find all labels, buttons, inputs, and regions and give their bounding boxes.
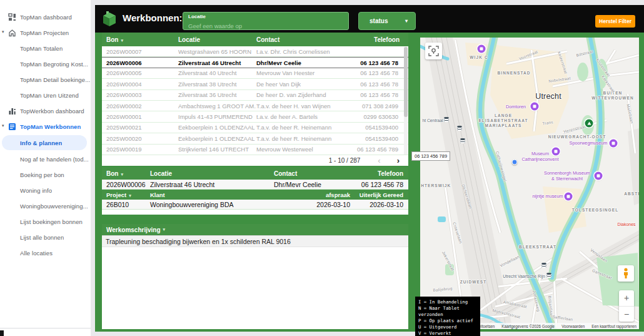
- status-legend: I = In Behandeling N = Naar Tablet verzo…: [415, 297, 480, 336]
- map-basemap: [420, 38, 639, 329]
- poi-marker[interactable]: [478, 45, 486, 53]
- detail-column-bon[interactable]: Bon▾: [102, 170, 150, 177]
- legend-line: I = In Behandeling: [418, 299, 477, 305]
- pagination-range: 1 - 10 / 287: [329, 157, 361, 164]
- table-row[interactable]: 2026W00002Ambachtsweg 1 GROOT AM...T.a.v…: [102, 101, 408, 111]
- sort-caret-icon: ▾: [129, 193, 131, 198]
- herstel-filter-button[interactable]: Herstel Filter: [595, 15, 635, 28]
- column-header-locatie[interactable]: Locatie: [178, 36, 256, 43]
- sort-caret-icon: ▾: [163, 227, 166, 232]
- poi-marker[interactable]: [610, 140, 618, 148]
- table-row[interactable]: 2026W00004Zilverstraat 38 UtrechtDe heer…: [102, 79, 408, 89]
- table-row-selected[interactable]: 2026W00006Zilverstraat 46 UtrechtDhr/Mev…: [102, 57, 408, 68]
- workorder-location-marker[interactable]: [512, 160, 518, 165]
- werkomschrijving-label: Werkomschrijving: [102, 227, 161, 233]
- page-title: Werkbonnen:: [123, 13, 183, 23]
- sidebar: TopMan dashboard ▾ TopMan Projecten TopM…: [0, 0, 91, 336]
- next-page-icon[interactable]: ›: [397, 156, 400, 165]
- sidebar-item-boeking-per-bon[interactable]: Boeking per bon: [0, 167, 91, 182]
- table-row[interactable]: 2025W00020Eekboerplein 1 OLDENZAALT.a.v.…: [102, 133, 408, 144]
- attribution-voorwaarden[interactable]: Voorwaarden: [561, 324, 585, 328]
- attribution-kaartgegevens: Kaartgegevens ©2026 Google: [501, 324, 555, 328]
- zoom-in-button[interactable]: +: [619, 290, 634, 307]
- sidebar-item-lijst-alle-bonnen[interactable]: Lijst alle bonnen: [0, 230, 91, 245]
- sidebar-item-topman-totalen[interactable]: TopMan Totalen: [0, 41, 91, 56]
- legend-line: N = Naar Tablet verzonden: [418, 305, 477, 318]
- attribution-kaartfout[interactable]: Een kaartfout rapporteren: [591, 324, 636, 328]
- project-column-afspraak[interactable]: afspraak: [274, 191, 350, 198]
- station-icon[interactable]: [444, 117, 449, 122]
- scrollbar-track[interactable]: [404, 47, 408, 155]
- sidebar-item-topman-werkbonnen[interactable]: ▾ TopMan Werkbonnen: [0, 119, 91, 134]
- detail-column-locatie[interactable]: Locatie: [150, 170, 274, 177]
- sidebar-item-woning-info[interactable]: Woning info: [0, 183, 91, 198]
- sidebar-item-lijst-boekingen-bonnen[interactable]: Lijst boekingen bonnen: [0, 214, 91, 229]
- app-logo-icon: [101, 10, 118, 30]
- green-gap: [102, 215, 408, 224]
- sidebar-item-topman-uren-uitzend[interactable]: TopMan Uren Uitzend: [0, 88, 91, 103]
- table-row[interactable]: 2026W00007Westgrashaven 65 HOORNt.a.v. D…: [102, 46, 408, 57]
- column-header-bon[interactable]: Bon▾: [102, 36, 178, 43]
- document-icon: [8, 122, 16, 130]
- pegman-control[interactable]: [618, 265, 634, 282]
- zoom-out-button[interactable]: −: [619, 307, 634, 322]
- chevron-down-icon: ▾: [2, 123, 4, 128]
- project-column-uiterlijk-gereed[interactable]: Uiterlijk Gereed: [350, 191, 408, 198]
- sidebar-item-label: TopMan dashboard: [20, 14, 72, 21]
- table-row[interactable]: 2026W00001Impuls 41-43 PURMERENDt.a.v. d…: [102, 111, 408, 122]
- sidebar-item-alle-locaties[interactable]: Alle locaties: [0, 245, 91, 260]
- project-column-project[interactable]: Project▾: [102, 191, 150, 198]
- sidebar-item-label: TopMan Projecten: [20, 29, 69, 36]
- detail-row[interactable]: 2026W00006 Zilverstraat 46 Utrecht Dhr/M…: [102, 180, 408, 190]
- sidebar-item-topman-detail-boekingen[interactable]: TopMan Detail boekinge...: [0, 72, 91, 87]
- column-header-telefoon[interactable]: Telefoon: [343, 36, 408, 43]
- sidebar-item-info-plannen[interactable]: Info & plannen: [2, 135, 87, 150]
- station-icon[interactable]: [460, 138, 465, 143]
- werkomschrijving-textarea[interactable]: Trapleuning beschadiging bijwerken en 1x…: [102, 235, 408, 329]
- chevron-down-icon: ▾: [2, 29, 4, 34]
- transit-marker[interactable]: [585, 120, 593, 128]
- poi-marker[interactable]: [595, 172, 603, 180]
- map-canvas[interactable]: WIJK C BINNENSTAD BUITEN WITTEVROUWEN LA…: [420, 38, 639, 329]
- sidebar-item-topwerkbon-dashboard[interactable]: TopWerkbon dashboard: [0, 103, 91, 118]
- project-column-klant[interactable]: Klant: [150, 191, 274, 198]
- map-zoom-control: + −: [619, 290, 634, 322]
- station-icon[interactable]: [457, 126, 462, 131]
- prev-page-icon[interactable]: ‹: [378, 156, 380, 165]
- column-header-contact[interactable]: Contact: [256, 36, 343, 43]
- scrollbar-thumb[interactable]: [404, 47, 408, 117]
- detail-column-contact[interactable]: Contact: [274, 170, 350, 177]
- locate-control[interactable]: [425, 43, 442, 59]
- sidebar-item-woningbouwvereniging[interactable]: Woningbouwvereniging...: [0, 198, 91, 213]
- poi-marker[interactable]: [531, 103, 539, 111]
- home-icon: [8, 28, 16, 36]
- project-header: Project▾ Klant afspraak Uiterlijk Gereed: [102, 190, 408, 200]
- map-attribution: Sneltoetsen Kaartgegevens ©2026 Google V…: [471, 323, 639, 329]
- sidebar-divider: [0, 328, 91, 328]
- station-icon[interactable]: [546, 273, 551, 278]
- project-row[interactable]: 26B010 Woningbouwvereniging BDA 2026-03-…: [102, 200, 408, 210]
- detail-header: Bon▾ Locatie Contact Telefoon: [102, 167, 408, 180]
- legend-line: U = Uitgevoerd: [418, 324, 477, 330]
- table-row[interactable]: 2025W00019Strijkviertel 146 UTRECHTMevro…: [102, 145, 408, 155]
- locatie-label: Locatie: [188, 14, 343, 19]
- status-dropdown[interactable]: status ▾: [358, 12, 416, 30]
- map-container: WIJK C BINNENSTAD BUITEN WITTEVROUWEN LA…: [420, 38, 639, 329]
- locatie-filter: Locatie: [183, 12, 349, 30]
- sidebar-item-nog-af-te-handelen[interactable]: Nog af te handelen (tod...: [0, 151, 91, 166]
- poi-marker[interactable]: [565, 193, 573, 201]
- app-header: Werkbonnen: Locatie status ▾ Herstel Fil…: [95, 5, 644, 33]
- sidebar-item-topman-dashboard[interactable]: TopMan dashboard: [0, 9, 91, 24]
- legend-line: V = Verwerkt: [418, 330, 477, 336]
- pegman-icon: [622, 268, 630, 279]
- station-icon[interactable]: [541, 263, 546, 268]
- table-row[interactable]: 2026W00005Zilverstraat 40 UtrechtMevrouw…: [102, 68, 408, 79]
- worklist-rows: 2026W00007Westgrashaven 65 HOORNt.a.v. D…: [102, 46, 408, 155]
- detail-column-telefoon[interactable]: Telefoon: [350, 170, 408, 177]
- locatie-input[interactable]: [188, 23, 343, 29]
- table-row[interactable]: 2025W00021Eekboerplein 1 OLDENZAALT.a.v.…: [102, 123, 408, 133]
- table-row[interactable]: 2026W00003Zilverstraat 36 UtrechtDe heer…: [102, 90, 408, 101]
- sidebar-item-topman-projecten[interactable]: ▾ TopMan Projecten: [0, 25, 91, 40]
- sidebar-item-topman-begroting[interactable]: TopMan Begroting Kost...: [0, 56, 91, 71]
- poi-marker[interactable]: [552, 148, 560, 156]
